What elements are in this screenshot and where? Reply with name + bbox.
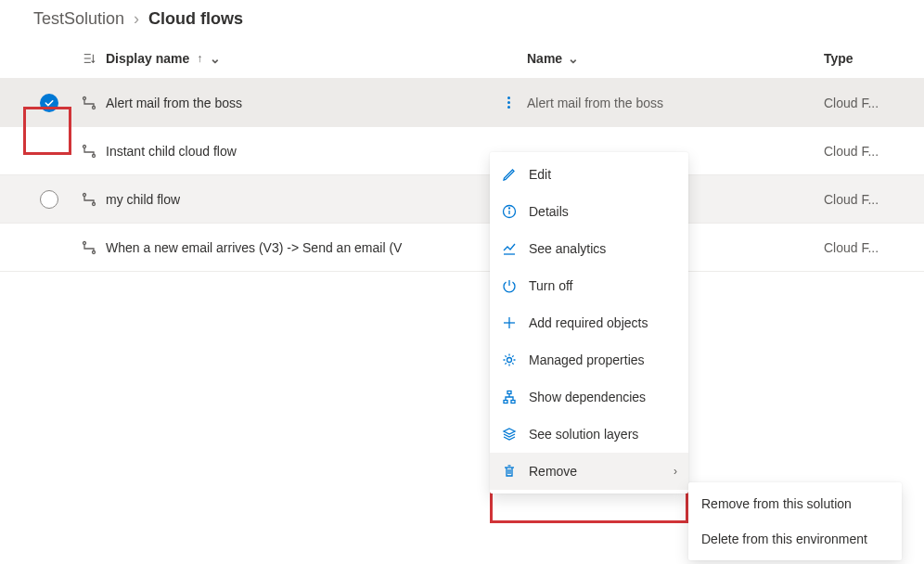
menu-analytics[interactable]: See analytics xyxy=(490,230,688,267)
chevron-right-icon: › xyxy=(134,9,139,29)
chart-icon xyxy=(501,241,518,256)
chevron-right-icon: › xyxy=(674,465,677,478)
menu-label: Add required objects xyxy=(529,315,677,330)
power-icon xyxy=(501,278,518,293)
table-row[interactable]: When a new email arrives (V3) -> Send an… xyxy=(0,224,924,272)
menu-turnoff[interactable]: Turn off xyxy=(490,267,688,304)
row-type: Cloud F... xyxy=(824,192,879,207)
row-type: Cloud F... xyxy=(824,144,879,159)
svg-point-9 xyxy=(93,202,96,205)
chevron-down-icon[interactable]: ⌄ xyxy=(210,51,221,66)
row-type: Cloud F... xyxy=(824,96,879,110)
trash-icon xyxy=(501,464,518,479)
hierarchy-icon xyxy=(501,390,518,404)
svg-rect-19 xyxy=(504,401,507,404)
kebab-icon xyxy=(507,96,510,109)
table-row[interactable]: my child flow Cloud F... xyxy=(0,175,924,224)
svg-point-11 xyxy=(93,250,96,253)
context-menu: Edit Details See analytics Turn off Add … xyxy=(490,152,688,494)
menu-label: Details xyxy=(529,204,677,219)
plus-icon xyxy=(501,315,518,330)
menu-add-required[interactable]: Add required objects xyxy=(490,304,688,341)
svg-point-6 xyxy=(83,145,86,147)
menu-label: Managed properties xyxy=(529,352,677,367)
chevron-down-icon[interactable]: ⌄ xyxy=(568,51,579,66)
flow-icon xyxy=(72,96,106,110)
column-type[interactable]: Type xyxy=(824,51,898,66)
svg-point-5 xyxy=(93,106,96,109)
flow-icon xyxy=(72,192,106,207)
sort-ascending-icon: ↑ xyxy=(197,52,202,65)
menu-label: Remove xyxy=(529,464,662,479)
row-display-name: Alert mail from the boss xyxy=(106,96,242,110)
submenu-label: Delete from this environment xyxy=(701,532,889,546)
menu-label: Edit xyxy=(529,167,677,182)
breadcrumb: TestSolution › Cloud flows xyxy=(0,0,924,38)
column-display-name-label: Display name xyxy=(106,51,189,66)
submenu-remove-from-solution[interactable]: Remove from this solution xyxy=(688,486,902,521)
table-row[interactable]: Alert mail from the boss Alert mail from… xyxy=(0,79,924,127)
svg-point-10 xyxy=(83,241,86,244)
row-type: Cloud F... xyxy=(824,240,879,255)
gear-icon xyxy=(501,352,518,367)
menu-edit[interactable]: Edit xyxy=(490,156,688,193)
menu-dependencies[interactable]: Show dependencies xyxy=(490,378,688,416)
svg-marker-21 xyxy=(504,429,515,434)
submenu-label: Remove from this solution xyxy=(701,496,889,511)
breadcrumb-current: Cloud flows xyxy=(148,9,243,29)
svg-rect-20 xyxy=(511,401,515,404)
row-checkbox[interactable] xyxy=(40,190,58,209)
column-name-label: Name xyxy=(527,51,562,66)
row-checkbox-checked[interactable] xyxy=(40,94,58,112)
menu-managed-properties[interactable]: Managed properties xyxy=(490,341,688,378)
remove-submenu: Remove from this solution Delete from th… xyxy=(688,482,902,560)
grid-header: Display name ↑ ⌄ Name ⌄ Type xyxy=(0,38,924,79)
table-row[interactable]: Instant child cloud flow Cloud F... xyxy=(0,127,924,175)
column-display-name[interactable]: Display name ↑ ⌄ xyxy=(106,51,490,66)
menu-label: See solution layers xyxy=(529,427,677,442)
menu-remove[interactable]: Remove › xyxy=(490,453,688,490)
breadcrumb-parent[interactable]: TestSolution xyxy=(33,9,124,29)
row-display-name: my child flow xyxy=(106,192,180,207)
svg-point-7 xyxy=(93,154,96,157)
column-name[interactable]: Name ⌄ xyxy=(527,51,824,66)
row-actions-button[interactable] xyxy=(490,96,527,109)
submenu-delete-from-environment[interactable]: Delete from this environment xyxy=(688,521,902,557)
svg-rect-18 xyxy=(507,391,511,394)
svg-point-17 xyxy=(507,358,512,363)
row-display-name: When a new email arrives (V3) -> Send an… xyxy=(106,240,402,255)
row-display-name: Instant child cloud flow xyxy=(106,144,237,159)
pencil-icon xyxy=(501,167,518,182)
svg-point-4 xyxy=(83,96,86,99)
menu-label: Show dependencies xyxy=(529,390,677,404)
menu-solution-layers[interactable]: See solution layers xyxy=(490,416,688,453)
menu-label: Turn off xyxy=(529,278,677,293)
info-icon xyxy=(501,204,518,219)
row-name: Alert mail from the boss xyxy=(527,96,663,110)
menu-details[interactable]: Details xyxy=(490,193,688,230)
svg-point-8 xyxy=(83,193,86,196)
flow-icon xyxy=(72,240,106,255)
flow-icon xyxy=(72,144,106,159)
svg-point-14 xyxy=(509,208,510,209)
layers-icon xyxy=(501,427,518,442)
column-type-label: Type xyxy=(824,51,853,66)
menu-label: See analytics xyxy=(529,241,677,256)
column-customize-icon[interactable] xyxy=(72,52,106,65)
